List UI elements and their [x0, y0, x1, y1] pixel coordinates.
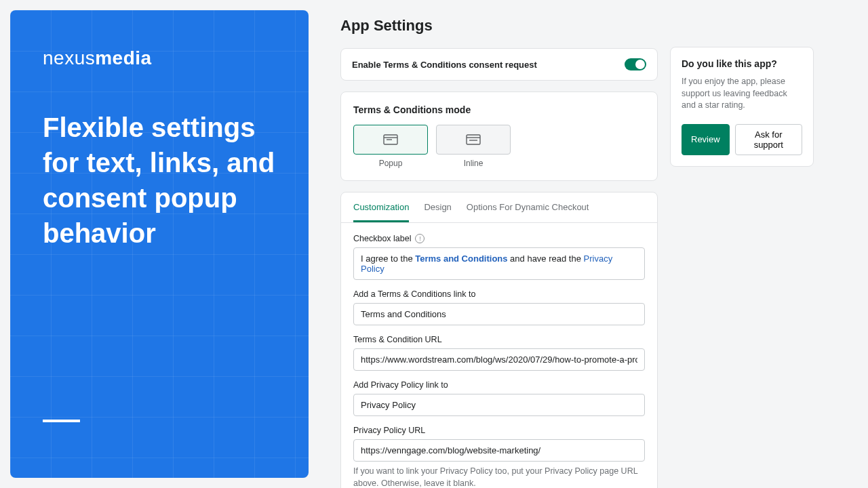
support-button[interactable]: Ask for support	[735, 124, 802, 155]
tc-url-input[interactable]	[353, 348, 645, 371]
enable-label: Enable Terms & Conditions consent reques…	[352, 60, 537, 70]
mode-card: Terms & Conditions mode Popup	[340, 92, 658, 181]
tab-dynamic-checkout[interactable]: Options For Dynamic Checkout	[467, 192, 589, 222]
tab-customization[interactable]: Customization	[353, 192, 409, 222]
popup-icon	[383, 134, 398, 145]
brand-bold: media	[95, 47, 151, 68]
hero-underline	[43, 420, 80, 422]
promo-panel: nexusmedia Flexible settings for text, l…	[10, 10, 309, 478]
pp-link-label: Add Privacy Policy link to	[353, 380, 645, 390]
mode-label-inline: Inline	[464, 159, 484, 168]
pp-helper-text: If you want to link your Privacy Policy …	[353, 466, 645, 488]
pp-link-input[interactable]	[353, 394, 645, 416]
tab-pane-customization: Checkbox label ! I agree to the Terms an…	[341, 223, 657, 488]
mode-label-popup: Popup	[379, 159, 403, 168]
feedback-title: Do you like this app?	[682, 58, 802, 69]
cb-tc-link: Terms and Conditions	[415, 253, 507, 264]
mode-option-inline[interactable]	[436, 125, 511, 155]
settings-area: App Settings Enable Terms & Conditions c…	[319, 0, 868, 488]
pp-url-input[interactable]	[353, 439, 645, 462]
tabs-card: Customization Design Options For Dynamic…	[340, 192, 658, 488]
enable-card: Enable Terms & Conditions consent reques…	[340, 48, 658, 81]
svg-rect-3	[467, 135, 480, 144]
page-title: App Settings	[340, 17, 658, 35]
cb-mid: and have read the	[508, 253, 584, 264]
checkbox-label-input[interactable]: I agree to the Terms and Conditions and …	[353, 247, 645, 280]
brand-light: nexus	[43, 47, 95, 68]
info-icon[interactable]: !	[415, 234, 425, 243]
tc-link-input[interactable]	[353, 303, 645, 325]
cb-prefix: I agree to the	[361, 253, 415, 264]
mode-option-popup[interactable]	[353, 125, 428, 155]
feedback-text: If you enjoy the app, please support us …	[682, 76, 802, 112]
enable-toggle[interactable]	[625, 58, 646, 70]
tc-url-label: Terms & Condition URL	[353, 335, 645, 344]
brand-logo: nexusmedia	[43, 47, 276, 69]
hero-headline: Flexible settings for text, links, and c…	[43, 110, 276, 251]
review-button[interactable]: Review	[682, 124, 730, 155]
inline-icon	[466, 134, 481, 145]
tc-link-label: Add a Terms & Conditions link to	[353, 289, 645, 299]
tabs: Customization Design Options For Dynamic…	[341, 192, 657, 223]
tab-design[interactable]: Design	[424, 192, 451, 222]
mode-title: Terms & Conditions mode	[353, 104, 645, 115]
pp-url-label: Privacy Policy URL	[353, 426, 645, 435]
checkbox-label-field-label: Checkbox label	[353, 234, 411, 243]
feedback-card: Do you like this app? If you enjoy the a…	[670, 47, 814, 167]
